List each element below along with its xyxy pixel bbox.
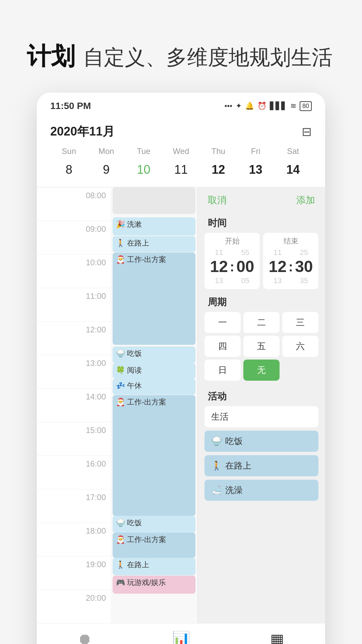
day-thu: Thu [200, 143, 237, 159]
end-m-main: 30 [295, 258, 313, 276]
calendar-icon[interactable]: ⊟ [302, 125, 312, 139]
date-10[interactable]: 10 [125, 159, 162, 180]
cancel-button[interactable]: 取消 [208, 194, 227, 207]
period-sat[interactable]: 六 [282, 336, 318, 357]
date-11[interactable]: 11 [162, 159, 199, 180]
page-header: 计划 自定义、多维度地规划生活 [0, 0, 362, 93]
end-m-above: 25 [300, 248, 308, 258]
activity-input[interactable]: 生活 [204, 406, 318, 427]
end-label: 结束 [266, 236, 315, 246]
start-h-above: 11 [215, 248, 223, 258]
time-1800: 18:00 [37, 523, 111, 556]
activity-chifan[interactable]: 🍚 吃饭 [204, 431, 318, 452]
calendar-dates: 8 9 10 11 12 13 14 [37, 159, 325, 187]
start-numbers: 11 12 13 : 55 00 05 [208, 248, 256, 286]
event-game[interactable]: 🎮 玩游戏/娱乐 [113, 576, 195, 594]
schedule-col: 🎉 洗漱 🚶 在路上 🎅 工作-出方案 🍚 吃饭 🍀 阅读 💤 午休 🎅 工作-… [111, 187, 198, 623]
event-work3[interactable]: 🎅 工作-出方案 [113, 533, 195, 558]
page-title-bold: 计划 [27, 43, 75, 69]
chifan-emoji: 🍚 [211, 436, 222, 446]
time-1400: 14:00 [37, 388, 111, 422]
time-1300: 13:00 [37, 355, 111, 388]
battery-icon: 80 [300, 101, 312, 111]
period-fri[interactable]: 五 [243, 336, 280, 357]
timeline: 08:00 09:00 10:00 11:00 12:00 13:00 14:0… [37, 187, 111, 623]
event-work2[interactable]: 🎅 工作-出方案 [113, 395, 195, 516]
status-icons: ••• ✦ 🔔 ⏰ ▋▋▋ ≋ 80 [225, 101, 312, 111]
day-sat: Sat [275, 143, 312, 159]
zailu-text: 在路上 [225, 460, 251, 472]
start-label: 开始 [208, 236, 256, 246]
start-h-below: 13 [215, 276, 223, 286]
event-wuxiu[interactable]: 💤 午休 [113, 379, 195, 395]
day-tue: Tue [125, 143, 162, 159]
add-button[interactable]: 添加 [296, 194, 315, 207]
date-14[interactable]: 14 [275, 159, 312, 180]
start-min-col: 55 00 05 [236, 248, 254, 286]
period-title: 周期 [201, 292, 322, 312]
time-1500: 15:00 [37, 422, 111, 455]
signal-icon: ▋▋▋ [270, 102, 287, 110]
period-sun[interactable]: 日 [204, 360, 241, 381]
status-bar: 11:50 PM ••• ✦ 🔔 ⏰ ▋▋▋ ≋ 80 [37, 93, 325, 117]
event-xishu[interactable]: 🎉 洗漱 [113, 217, 195, 235]
activity-xizao[interactable]: 🛁 洗澡 [204, 480, 318, 501]
activity-title: 活动 [201, 387, 322, 406]
empty-slot [113, 187, 195, 214]
phone-mockup: 11:50 PM ••• ✦ 🔔 ⏰ ▋▋▋ ≋ 80 2020年11月 ⊟ S… [37, 93, 325, 644]
statistic-icon: 📊 [172, 630, 190, 644]
event-zailu[interactable]: 🚶 在路上 [113, 236, 195, 252]
end-numbers: 11 12 13 : 25 30 35 [266, 248, 315, 286]
time-section: 时间 开始 11 12 13 : 55 [198, 213, 325, 292]
date-13[interactable]: 13 [237, 159, 274, 180]
day-headers: Sun Mon Tue Wed Thu Fri Sat [37, 143, 325, 159]
bell-icon: 🔔 [245, 102, 254, 110]
end-time-picker[interactable]: 结束 11 12 13 : 25 30 35 [263, 233, 318, 289]
activity-zailu[interactable]: 🚶 在路上 [204, 455, 318, 476]
nav-statistic[interactable]: 📊 Statistic [133, 630, 229, 644]
period-grid: 一 二 三 四 五 六 日 无 [201, 312, 322, 383]
end-hour-col: 11 12 13 [268, 248, 286, 286]
record-icon: ⏺ [77, 631, 92, 644]
time-1900: 19:00 [37, 556, 111, 590]
period-thu[interactable]: 四 [204, 336, 241, 357]
nav-record[interactable]: ⏺ Record [37, 631, 133, 644]
event-chifan1[interactable]: 🍚 吃饭 [113, 346, 195, 363]
period-mon[interactable]: 一 [204, 312, 241, 333]
time-0900: 09:00 [37, 221, 111, 254]
start-m-below: 05 [241, 276, 249, 286]
event-work1[interactable]: 🎅 工作-出方案 [113, 253, 195, 345]
time-section-title: 时间 [201, 213, 322, 233]
time-1600: 16:00 [37, 455, 111, 489]
event-zailu2[interactable]: 🚶 在路上 [113, 558, 195, 575]
period-section: 周期 一 二 三 四 五 六 日 无 [198, 292, 325, 387]
page-title-normal: 自定义、多维度地规划生活 [83, 46, 333, 69]
end-h-below: 13 [274, 276, 282, 286]
day-mon: Mon [87, 143, 125, 159]
chifan-text: 吃饭 [225, 435, 243, 447]
status-time: 11:50 PM [50, 101, 91, 111]
zailu-emoji: 🚶 [211, 461, 222, 471]
date-12[interactable]: 12 [200, 159, 237, 180]
right-panel: 取消 添加 时间 开始 11 12 13 [198, 187, 325, 623]
nav-replan[interactable]: ▦ RePlan [229, 631, 325, 644]
day-fri: Fri [237, 143, 274, 159]
start-time-picker[interactable]: 开始 11 12 13 : 55 00 05 [204, 233, 260, 289]
period-tue[interactable]: 二 [243, 312, 280, 333]
end-min-col: 25 30 35 [295, 248, 313, 286]
time-1000: 10:00 [37, 254, 111, 288]
event-chifan2[interactable]: 🍚 吃饭 [113, 516, 195, 533]
event-yuedu[interactable]: 🍀 阅读 [113, 363, 195, 379]
calendar-header: 2020年11月 ⊟ [37, 117, 325, 143]
period-none[interactable]: 无 [243, 360, 280, 381]
start-h-main: 12 [210, 258, 228, 276]
start-hour-col: 11 12 13 [210, 248, 228, 286]
period-wed[interactable]: 三 [282, 312, 318, 333]
day-wed: Wed [162, 143, 199, 159]
date-9[interactable]: 9 [87, 159, 125, 180]
schedule-area: 08:00 09:00 10:00 11:00 12:00 13:00 14:0… [37, 187, 198, 623]
bluetooth-icon: ✦ [236, 102, 242, 110]
main-content: 08:00 09:00 10:00 11:00 12:00 13:00 14:0… [37, 187, 325, 623]
day-sun: Sun [50, 143, 87, 159]
date-8[interactable]: 8 [50, 159, 87, 180]
